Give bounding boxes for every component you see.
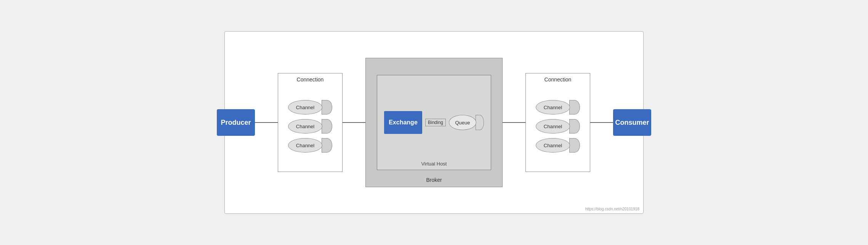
channel-right-3: Channel (536, 138, 580, 153)
broker-label: Broker (366, 177, 502, 183)
channel-oval-right-2: Channel (536, 119, 570, 134)
connection-right-label: Connection (526, 76, 590, 83)
connection-box-right: Connection Channel Channel Channel (525, 73, 590, 172)
channel-label-right-2: Channel (544, 124, 562, 129)
broker-box: Exchange Binding Queue Virtual Host Brok… (365, 58, 503, 187)
watermark: https://blog.csdn.net/n20101918 (585, 207, 639, 211)
channel-right-1: Channel (536, 100, 580, 115)
diagram-row: Producer Connection Channel Channel (240, 58, 628, 187)
line-connection-consumer (590, 122, 613, 123)
channel-oval-right-1: Channel (536, 100, 570, 115)
channel-oval-left-2: Channel (288, 119, 322, 134)
channel-cylinder-right-1 (569, 100, 580, 115)
channel-left-1: Channel (288, 100, 332, 115)
exchange-box: Exchange (384, 111, 422, 134)
connection-left-label: Connection (278, 76, 342, 83)
channel-label-right-1: Channel (544, 105, 562, 110)
channel-cylinder-left-2 (322, 119, 332, 134)
connection-box-left: Connection Channel Channel Channel (278, 73, 343, 172)
line-connection-broker-left (343, 122, 365, 123)
queue-label: Queue (455, 120, 470, 126)
channel-cylinder-left-3 (322, 138, 332, 153)
channel-left-3: Channel (288, 138, 332, 153)
channel-oval-right-3: Channel (536, 138, 570, 153)
main-diagram: Producer Connection Channel Channel (224, 31, 644, 214)
queue-cylinder (476, 115, 484, 130)
queue-item: Queue (449, 115, 484, 130)
channel-left-2: Channel (288, 119, 332, 134)
channel-label-right-3: Channel (544, 143, 562, 148)
consumer-label: Consumer (615, 119, 649, 127)
channel-cylinder-left-1 (322, 100, 332, 115)
binding-label: Binding (425, 119, 446, 126)
channel-cylinder-right-2 (569, 119, 580, 134)
channel-cylinder-right-3 (569, 138, 580, 153)
vhost-box: Exchange Binding Queue Virtual Host (377, 75, 491, 170)
channel-right-2: Channel (536, 119, 580, 134)
consumer-box: Consumer (613, 109, 651, 136)
producer-box: Producer (217, 109, 255, 136)
line-broker-connection-right (503, 122, 525, 123)
vhost-inner: Exchange Binding Queue (384, 111, 484, 134)
channel-label-left-3: Channel (296, 143, 314, 148)
channel-oval-left-1: Channel (288, 100, 322, 115)
vhost-label: Virtual Host (377, 161, 491, 167)
channel-oval-left-3: Channel (288, 138, 322, 153)
channels-right-wrapper: Channel Channel Channel (526, 73, 590, 172)
channels-left-wrapper: Channel Channel Channel (278, 73, 342, 172)
producer-label: Producer (221, 119, 251, 127)
channel-label-left-1: Channel (296, 105, 314, 110)
line-producer-connection (255, 122, 278, 123)
channel-label-left-2: Channel (296, 124, 314, 129)
queue-oval: Queue (449, 115, 476, 130)
exchange-label: Exchange (389, 119, 418, 126)
